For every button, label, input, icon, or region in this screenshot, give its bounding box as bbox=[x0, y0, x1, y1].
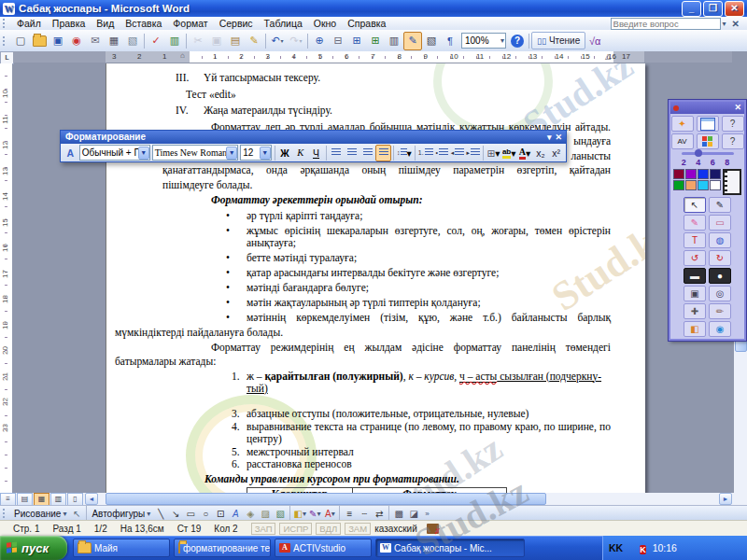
spelling-icon[interactable]: ✓ bbox=[147, 32, 165, 50]
permission-icon[interactable]: ◉ bbox=[67, 32, 86, 50]
outline-view[interactable]: ▥ bbox=[50, 493, 66, 506]
menu-item-service[interactable]: Сервис bbox=[214, 18, 259, 29]
columns-icon[interactable]: ▥ bbox=[385, 32, 403, 50]
horizontal-scrollbar[interactable]: ≡▤▦▥▯◄► bbox=[0, 493, 747, 505]
decrease-indent-icon[interactable]: ◂ bbox=[450, 145, 466, 161]
toolbar-options-icon[interactable]: ▾ bbox=[547, 131, 552, 144]
subscript-icon[interactable]: x₂ bbox=[532, 145, 548, 161]
tools-icon[interactable]: ✚ bbox=[684, 303, 706, 319]
menu-grip[interactable] bbox=[3, 19, 8, 28]
highlighter-icon[interactable]: ✎ bbox=[684, 215, 706, 231]
help-stamp2-icon[interactable]: ? bbox=[722, 133, 744, 149]
question-dropdown-icon[interactable]: ▾ bbox=[723, 20, 726, 28]
color-swatch[interactable] bbox=[685, 169, 697, 179]
web-layout-view[interactable]: ▤ bbox=[17, 493, 33, 506]
task-button-4[interactable]: WСабақ жоспары - Mic... bbox=[375, 539, 525, 557]
scroll-right-icon[interactable]: ► bbox=[719, 493, 732, 505]
cut-icon[interactable]: ✂ bbox=[189, 32, 207, 50]
fill-bucket-icon[interactable]: ◧ bbox=[684, 321, 706, 337]
mode-flag[interactable]: ЗАМ bbox=[345, 523, 371, 535]
draw-font-color-icon[interactable]: А▾ bbox=[322, 507, 337, 520]
align-center-icon[interactable] bbox=[345, 145, 360, 161]
annotate-figure-icon[interactable]: ✦ bbox=[671, 116, 694, 132]
menu-item-window[interactable]: Окно bbox=[308, 18, 342, 29]
line-icon[interactable]: ╲ bbox=[153, 507, 168, 520]
paste-icon[interactable]: ▤ bbox=[226, 32, 245, 50]
horizontal-scroll-thumb[interactable] bbox=[106, 493, 546, 505]
notes-icon[interactable] bbox=[697, 116, 719, 132]
open-icon[interactable] bbox=[30, 32, 49, 50]
menu-item-help[interactable]: Справка bbox=[342, 18, 391, 29]
increase-indent-icon[interactable]: ▸ bbox=[465, 145, 481, 161]
picture-icon[interactable]: ▧ bbox=[273, 507, 288, 520]
undo-icon[interactable]: ↺ bbox=[684, 250, 706, 266]
spray-icon[interactable]: ◍ bbox=[709, 232, 731, 248]
toolbar-close-icon[interactable]: ✕ bbox=[555, 131, 562, 144]
copy-icon[interactable]: ▣ bbox=[207, 32, 226, 50]
line-style-icon[interactable]: ≡ bbox=[342, 507, 357, 520]
save-icon[interactable]: ▣ bbox=[49, 32, 67, 50]
align-left-icon[interactable] bbox=[329, 145, 345, 161]
normal-view[interactable]: ≡ bbox=[0, 493, 16, 506]
color-swatch[interactable] bbox=[710, 169, 721, 179]
first-line-indent-marker[interactable]: ⌂ bbox=[180, 51, 185, 60]
tray-icon-antivirus[interactable]: K bbox=[640, 545, 646, 554]
palette-header[interactable]: ✕ bbox=[670, 102, 744, 114]
hyperlink-icon[interactable]: ⊕ bbox=[310, 32, 329, 50]
color-swatch[interactable] bbox=[673, 169, 684, 179]
chevron-down-icon[interactable]: ▼ bbox=[260, 147, 271, 160]
print-icon[interactable]: ▦ bbox=[105, 32, 123, 50]
start-button[interactable]: пуск bbox=[0, 536, 67, 560]
highlight-icon[interactable]: ab▾ bbox=[501, 145, 517, 161]
reading-layout-view[interactable]: ▯ bbox=[67, 493, 83, 506]
color-swatch[interactable] bbox=[673, 180, 684, 190]
question-input[interactable] bbox=[611, 18, 721, 30]
justify-icon[interactable] bbox=[375, 145, 391, 161]
mode-flag[interactable]: ЗАП bbox=[251, 523, 276, 535]
toolbar-overflow-icon[interactable]: » bbox=[425, 510, 429, 518]
superscript-icon[interactable]: x² bbox=[548, 145, 564, 161]
minimize-button[interactable]: _ bbox=[682, 1, 701, 17]
pen-icon[interactable]: ✎ bbox=[709, 197, 731, 213]
help-icon[interactable]: ? bbox=[508, 32, 527, 50]
autoshapes-menu[interactable]: Автофигуры▾ bbox=[89, 509, 153, 519]
redo-icon[interactable]: ↻ bbox=[709, 250, 731, 266]
bullets-icon[interactable]: • bbox=[434, 145, 450, 161]
task-button-3[interactable]: AACTIVstudio bbox=[275, 539, 372, 557]
line-color-icon[interactable]: ✎▾ bbox=[307, 507, 322, 520]
zoom-select[interactable]: 100%▾ bbox=[461, 33, 506, 49]
camera-icon[interactable]: ▣ bbox=[684, 286, 706, 301]
toolbar-grip[interactable] bbox=[3, 36, 8, 46]
select-arrow-icon[interactable]: ↖ bbox=[684, 197, 706, 213]
line-spacing-icon[interactable]: ↕▾ bbox=[396, 145, 413, 161]
bold-icon[interactable]: Ж bbox=[277, 145, 293, 161]
draw-menu[interactable]: Рисование▾ bbox=[11, 509, 69, 519]
dash-style-icon[interactable]: ┄ bbox=[357, 507, 372, 520]
insert-table-icon[interactable]: ⊞ bbox=[347, 32, 366, 50]
mode-flag[interactable]: ВДЛ bbox=[316, 523, 341, 535]
wordart-icon[interactable]: А bbox=[228, 507, 243, 520]
fill-color-icon[interactable]: ◧▾ bbox=[292, 507, 307, 520]
color-swatch[interactable] bbox=[710, 180, 721, 190]
marquee-icon[interactable]: ▬ bbox=[684, 268, 706, 284]
windows-logo-icon[interactable] bbox=[697, 133, 719, 149]
brush-icon[interactable]: ✏ bbox=[709, 303, 731, 319]
shadow-icon[interactable]: ▩ bbox=[391, 507, 406, 520]
menu-item-table[interactable]: Таблица bbox=[259, 18, 308, 29]
redo-icon[interactable]: ↷▾ bbox=[287, 32, 305, 50]
print-preview-icon[interactable]: ▧ bbox=[123, 32, 142, 50]
text-tool-icon[interactable]: T bbox=[684, 232, 706, 248]
mode-flag[interactable]: ИСПР bbox=[279, 523, 312, 535]
textbox-icon[interactable]: ⊡ bbox=[213, 507, 228, 520]
arrow-style-icon[interactable]: ⇄ bbox=[372, 507, 387, 520]
help-stamp-icon[interactable]: ? bbox=[722, 116, 744, 132]
menu-item-edit[interactable]: Правка bbox=[47, 18, 91, 29]
clipart-icon[interactable]: ▨ bbox=[258, 507, 273, 520]
show-marks-icon[interactable]: ¶ bbox=[441, 32, 459, 50]
av-sound-icon[interactable]: AV bbox=[671, 133, 694, 149]
scroll-left-icon[interactable]: ◄ bbox=[85, 493, 98, 505]
font-color-icon[interactable]: А▾ bbox=[517, 145, 533, 161]
email-icon[interactable]: ✉ bbox=[86, 32, 105, 50]
threed-icon[interactable]: ◪ bbox=[406, 507, 421, 520]
insert-excel-icon[interactable]: ⊞ bbox=[366, 32, 385, 50]
